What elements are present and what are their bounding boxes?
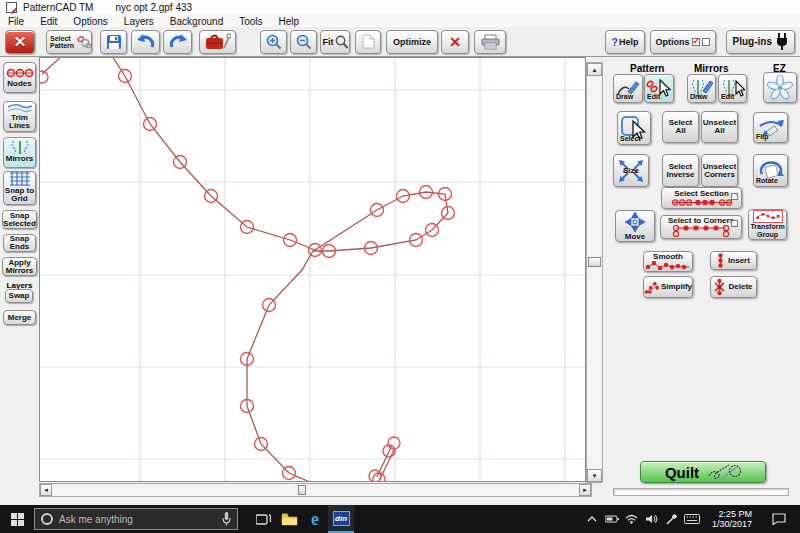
toolbox-button[interactable] [199, 30, 236, 54]
pattern-canvas-svg [40, 58, 585, 481]
smooth-button[interactable]: Smooth [643, 251, 693, 272]
undo-button[interactable] [131, 30, 160, 54]
swap-button[interactable]: Swap [5, 289, 33, 303]
fit-button[interactable]: Fit [320, 30, 350, 54]
zoom-out-icon [296, 34, 312, 50]
close-pattern-button[interactable]: ✕ [5, 30, 35, 54]
new-page-button[interactable] [355, 30, 381, 54]
edge-icon: e [311, 509, 319, 530]
start-button[interactable] [0, 505, 34, 533]
optimize-button[interactable]: Optimize [386, 30, 438, 54]
battery-icon[interactable] [604, 509, 620, 529]
system-tray: 2:25 PM 1/30/2017 [584, 509, 800, 529]
close-x-icon: ✕ [14, 33, 27, 51]
date-label: 1/30/2017 [712, 519, 752, 529]
help-button[interactable]: ?Help [605, 30, 644, 54]
options-empty-checkbox[interactable] [702, 38, 710, 46]
scroll-down-button[interactable]: ▼ [587, 469, 602, 482]
unselect-all-button[interactable]: Unselect All [701, 111, 738, 143]
select-button[interactable]: Select [617, 111, 651, 145]
task-view-icon [256, 513, 271, 526]
menu-file[interactable]: File [0, 16, 32, 27]
pattern-edit-button[interactable]: Edit [644, 74, 674, 103]
patterncad-taskbar-app[interactable]: dm [328, 505, 354, 533]
redo-button[interactable] [163, 30, 192, 54]
volume-icon[interactable] [644, 509, 660, 529]
title-bar: PatternCAD TM nyc opt 2.gpf 433 [0, 0, 800, 15]
sidebar-item-nodes[interactable]: Nodes [3, 62, 36, 93]
action-center-button[interactable] [764, 513, 794, 525]
options-checked-checkbox[interactable] [692, 38, 700, 46]
save-icon [106, 34, 122, 50]
select-inverse-button[interactable]: Select Inverse [662, 154, 699, 187]
print-button[interactable] [474, 30, 506, 54]
taskbar-clock[interactable]: 2:25 PM 1/30/2017 [704, 509, 760, 529]
menu-options[interactable]: Options [65, 16, 115, 27]
plug-icon [776, 33, 788, 50]
select-section-checkbox[interactable] [731, 193, 738, 200]
microphone-icon[interactable] [222, 512, 231, 526]
v-scrollbar-thumb[interactable] [588, 257, 601, 267]
zoom-out-button[interactable] [290, 30, 317, 54]
select-all-button[interactable]: Select All [662, 111, 699, 143]
sidebar-item-snap-to-grid[interactable]: Snap to Grid [3, 171, 36, 205]
menu-edit[interactable]: Edit [32, 16, 65, 27]
sidebar-item-apply-mirrors[interactable]: Apply Mirrors [2, 257, 37, 276]
mirrors-draw-button[interactable]: Draw [687, 74, 716, 103]
scroll-left-button[interactable]: ◄ [40, 484, 52, 496]
quilt-button[interactable]: Quilt [640, 461, 766, 483]
mirrors-edit-button[interactable]: Edit [718, 74, 747, 103]
sidebar-item-snap-selected[interactable]: Snap Selected [2, 210, 37, 229]
move-button[interactable]: Move [615, 210, 655, 242]
task-view-button[interactable] [250, 505, 276, 533]
pattern-canvas[interactable] [39, 57, 586, 482]
notification-icon [772, 513, 786, 525]
sidebar-item-mirrors[interactable]: Mirrors [3, 137, 36, 168]
menu-tools[interactable]: Tools [231, 16, 270, 27]
zoom-in-icon [266, 34, 282, 50]
mirrors-section-header: Mirrors [694, 63, 728, 74]
simplify-button[interactable]: Simplify [643, 276, 693, 298]
pattern-draw-button[interactable]: Draw [613, 74, 643, 103]
patterncad-window: PatternCAD TM nyc opt 2.gpf 433 File Edi… [0, 0, 800, 533]
wifi-icon[interactable] [624, 509, 640, 529]
unselect-corners-button[interactable]: Unselect Corners [701, 154, 738, 187]
save-button[interactable] [100, 30, 127, 54]
touch-keyboard-icon[interactable] [684, 509, 700, 529]
search-input[interactable]: Ask me anything [34, 508, 238, 530]
rotate-button[interactable]: Rotate [753, 154, 788, 187]
h-scrollbar-thumb[interactable] [298, 485, 306, 495]
edge-browser-button[interactable]: e [302, 505, 328, 533]
zoom-in-button[interactable] [260, 30, 287, 54]
plugins-button[interactable]: Plug-ins [726, 30, 795, 54]
transform-group-button[interactable]: Transform Group [748, 209, 787, 240]
flip-button[interactable]: Flip [753, 112, 788, 143]
scroll-right-button[interactable]: ► [579, 484, 591, 496]
delete-node-button[interactable]: Delete [710, 276, 757, 298]
app-icon [6, 2, 17, 13]
usb-device-icon[interactable] [664, 509, 680, 529]
quilt-progress-bar [613, 488, 789, 496]
merge-button[interactable]: Merge [3, 310, 36, 325]
delete-button-toolbar[interactable]: ✕ [441, 30, 469, 54]
scroll-up-button[interactable]: ▲ [587, 63, 602, 76]
ez-flower-button[interactable] [763, 72, 797, 103]
select-to-corners-button[interactable]: Select to Corners [660, 215, 742, 239]
size-button[interactable]: <> Size [613, 154, 649, 187]
insert-button[interactable]: Insert [710, 251, 757, 270]
select-to-corners-checkbox[interactable] [731, 220, 738, 227]
sidebar-item-snap-ends[interactable]: Snap Ends [3, 234, 36, 252]
menu-background[interactable]: Background [162, 16, 231, 27]
file-explorer-button[interactable] [276, 505, 302, 533]
options-button[interactable]: Options [650, 30, 716, 54]
select-pattern-button[interactable]: Select Pattern [46, 30, 92, 54]
sidebar-item-trim-lines[interactable]: Trim Lines [3, 101, 36, 132]
undo-icon [136, 34, 156, 50]
menu-help[interactable]: Help [271, 16, 308, 27]
horizontal-scrollbar[interactable]: ◄ ► [39, 483, 592, 497]
menu-layers[interactable]: Layers [116, 16, 162, 27]
select-section-button[interactable]: Select Section [661, 187, 742, 209]
vertical-scrollbar[interactable]: ▲ ▼ [586, 62, 603, 483]
tray-chevron-icon[interactable] [584, 509, 600, 529]
main-toolbar: ✕ Select Pattern Fit Optimize [0, 27, 800, 57]
